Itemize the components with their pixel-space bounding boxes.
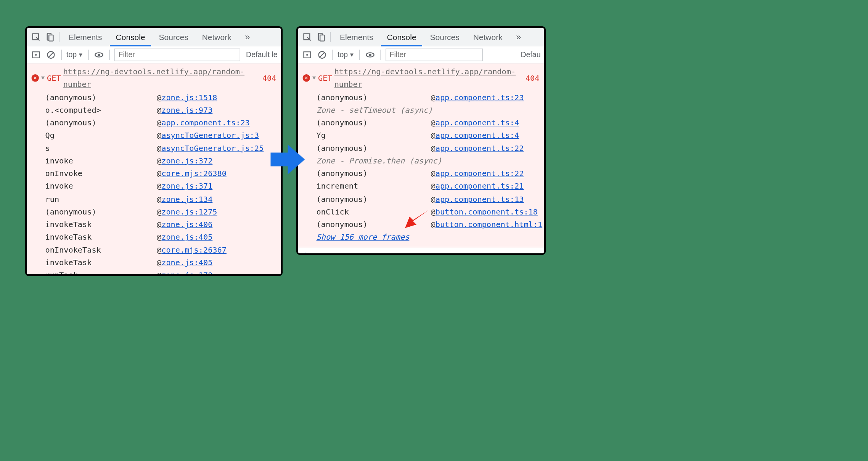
console-prompt[interactable]: › bbox=[298, 247, 544, 255]
device-toggle-icon[interactable] bbox=[315, 31, 327, 43]
more-tabs-icon[interactable]: » bbox=[513, 31, 524, 43]
frame-at: @ bbox=[157, 91, 161, 103]
context-label: top bbox=[66, 50, 77, 59]
log-levels-selector[interactable]: Defau bbox=[521, 50, 540, 59]
frame-function: run bbox=[45, 192, 157, 205]
frame-at: @ bbox=[157, 167, 161, 179]
context-selector[interactable]: top ▼ bbox=[338, 50, 355, 59]
stack-frame: (anonymous)@ app.component.ts:13 bbox=[317, 192, 540, 205]
tab-network[interactable]: Network bbox=[468, 28, 508, 46]
context-selector[interactable]: top ▼ bbox=[66, 50, 84, 59]
source-link[interactable]: zone.js:973 bbox=[161, 103, 212, 116]
source-link[interactable]: zone.js:371 bbox=[161, 180, 212, 192]
chevron-down-icon: ▼ bbox=[349, 51, 355, 58]
inspect-icon[interactable] bbox=[302, 31, 313, 43]
frame-at: @ bbox=[431, 91, 436, 103]
source-link[interactable]: button.component.ts:18 bbox=[436, 205, 538, 218]
stack-frame: invokeTask@ zone.js:406 bbox=[45, 218, 276, 230]
source-link[interactable]: app.component.ts:4 bbox=[436, 116, 519, 129]
source-link[interactable]: zone.js:1275 bbox=[161, 205, 217, 218]
frame-function: (anonymous) bbox=[317, 192, 431, 205]
frame-function: (anonymous) bbox=[45, 205, 157, 218]
disclosure-triangle-icon[interactable]: ▼ bbox=[312, 73, 316, 83]
source-link[interactable]: app.component.ts:22 bbox=[436, 167, 524, 179]
source-link[interactable]: app.component.ts:21 bbox=[436, 180, 524, 192]
live-expression-icon[interactable] bbox=[364, 49, 376, 60]
live-expression-icon[interactable] bbox=[93, 49, 104, 60]
svg-rect-2 bbox=[49, 35, 53, 41]
source-link[interactable]: app.component.ts:23 bbox=[161, 116, 250, 129]
stack-frame: invokeTask@ zone.js:405 bbox=[45, 230, 276, 243]
frame-at: @ bbox=[431, 129, 436, 141]
log-levels-selector[interactable]: Default le bbox=[246, 50, 277, 59]
frame-function: (anonymous) bbox=[317, 167, 431, 179]
devtools-tabstrip: Elements Console Sources Network » bbox=[27, 28, 281, 46]
frame-at: @ bbox=[431, 116, 436, 129]
frame-function: s bbox=[45, 141, 157, 154]
stack-trace: (anonymous)@ zone.js:1518o.<computed>@ z… bbox=[27, 91, 281, 276]
source-link[interactable]: asyncToGenerator.js:25 bbox=[161, 141, 264, 154]
frame-at: @ bbox=[157, 218, 161, 230]
tab-console[interactable]: Console bbox=[381, 28, 422, 46]
clear-console-icon[interactable] bbox=[45, 49, 57, 60]
frame-function: (anonymous) bbox=[317, 141, 431, 154]
show-more-frames-link[interactable]: Show 156 more frames bbox=[317, 230, 410, 243]
source-link[interactable]: app.component.ts:4 bbox=[436, 129, 519, 141]
tab-elements[interactable]: Elements bbox=[334, 28, 379, 46]
source-link[interactable]: asyncToGenerator.js:3 bbox=[161, 129, 259, 141]
frame-at: @ bbox=[157, 192, 161, 205]
source-link[interactable]: zone.js:178 bbox=[161, 269, 212, 276]
source-link[interactable]: zone.js:405 bbox=[161, 230, 212, 243]
source-link[interactable]: app.component.ts:23 bbox=[436, 91, 524, 103]
stack-frame: invoke@ zone.js:372 bbox=[45, 154, 276, 167]
devtools-tabstrip: Elements Console Sources Network » bbox=[298, 28, 544, 46]
frame-at: @ bbox=[157, 180, 161, 192]
tab-console[interactable]: Console bbox=[110, 28, 151, 46]
filter-input[interactable] bbox=[114, 48, 240, 61]
chevron-down-icon: ▼ bbox=[78, 51, 84, 58]
console-error-entry: ✕ ▼ GET https://ng-devtools.netlify.app/… bbox=[27, 64, 281, 276]
tab-elements[interactable]: Elements bbox=[63, 28, 108, 46]
device-toggle-icon[interactable] bbox=[44, 31, 56, 43]
annotation-arrow-icon bbox=[405, 210, 429, 232]
disclosure-triangle-icon[interactable]: ▼ bbox=[41, 73, 45, 83]
source-link[interactable]: zone.js:372 bbox=[161, 154, 212, 167]
zone-separator: Zone - setTimeout (async) bbox=[317, 103, 540, 116]
stack-frame: o.<computed>@ zone.js:973 bbox=[45, 103, 276, 116]
stack-frame: (anonymous)@ zone.js:1518 bbox=[45, 91, 276, 103]
frame-at: @ bbox=[431, 180, 436, 192]
inspect-icon[interactable] bbox=[31, 31, 42, 43]
source-link[interactable]: app.component.ts:13 bbox=[436, 192, 524, 205]
stack-frame: onInvokeTask@ core.mjs:26367 bbox=[45, 243, 276, 256]
request-url[interactable]: https://ng-devtools.netlify.app/random-n… bbox=[63, 65, 260, 91]
more-tabs-icon[interactable]: » bbox=[242, 31, 253, 43]
source-link[interactable]: button.component.html:1 bbox=[436, 218, 542, 230]
divider bbox=[88, 50, 89, 60]
frame-at: @ bbox=[157, 205, 161, 218]
frame-function: (anonymous) bbox=[317, 91, 431, 103]
devtools-panel-before: Elements Console Sources Network » top ▼ bbox=[25, 26, 283, 276]
stack-frame: invoke@ zone.js:371 bbox=[45, 180, 276, 192]
console-sidebar-toggle-icon[interactable] bbox=[31, 49, 42, 60]
source-link[interactable]: app.component.ts:22 bbox=[436, 141, 524, 154]
context-label: top bbox=[338, 50, 348, 59]
stack-frame: Qg@ asyncToGenerator.js:3 bbox=[45, 129, 276, 141]
source-link[interactable]: zone.js:1518 bbox=[161, 91, 217, 103]
stack-frame: (anonymous)@ zone.js:1275 bbox=[45, 205, 276, 218]
clear-console-icon[interactable] bbox=[317, 49, 328, 60]
source-link[interactable]: zone.js:405 bbox=[161, 256, 212, 269]
divider bbox=[330, 32, 331, 42]
console-sidebar-toggle-icon[interactable] bbox=[302, 49, 313, 60]
source-link[interactable]: core.mjs:26380 bbox=[161, 167, 227, 179]
source-link[interactable]: core.mjs:26367 bbox=[161, 243, 227, 256]
tab-sources[interactable]: Sources bbox=[153, 28, 194, 46]
divider bbox=[61, 50, 62, 60]
source-link[interactable]: zone.js:134 bbox=[161, 192, 212, 205]
stack-frame: (anonymous)@ app.component.ts:23 bbox=[317, 91, 540, 103]
tab-network[interactable]: Network bbox=[196, 28, 237, 46]
error-icon: ✕ bbox=[32, 74, 39, 82]
filter-input[interactable] bbox=[386, 48, 483, 61]
tab-sources[interactable]: Sources bbox=[424, 28, 465, 46]
source-link[interactable]: zone.js:406 bbox=[161, 218, 212, 230]
request-url[interactable]: https://ng-devtools.netlify.app/random-n… bbox=[334, 65, 523, 91]
